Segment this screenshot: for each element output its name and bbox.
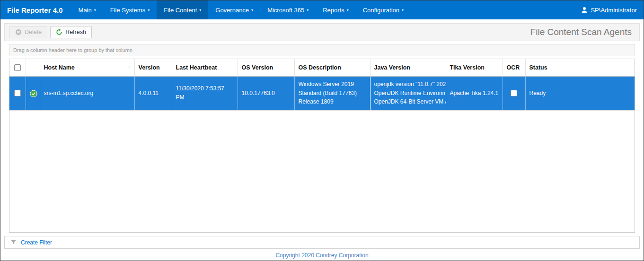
filter-funnel-icon <box>10 239 17 245</box>
scan-agents-grid: Host Name↑ Version Last Heartbeat OS Ver… <box>9 59 635 233</box>
agent-online-icon <box>30 90 37 97</box>
select-all-header <box>9 59 26 76</box>
column-ocr[interactable]: OCR <box>503 59 525 76</box>
user-name: SP\Administrator <box>591 7 637 14</box>
column-os-version[interactable]: OS Version <box>238 59 294 76</box>
cell-version: 4.0.0.11 <box>134 76 172 110</box>
sort-ascending-icon: ↑ <box>128 64 131 71</box>
footer-copyright: Copyright 2020 Condrey Corporation <box>0 249 644 259</box>
filter-bar: Create Filter <box>4 236 640 249</box>
cell-os-description: Windows Server 2019 Standard (Build 1776… <box>294 76 370 110</box>
column-os-description[interactable]: OS Description <box>294 59 370 76</box>
user-icon <box>581 6 588 14</box>
app-brand: File Reporter 4.0 <box>0 0 71 19</box>
menu-main[interactable]: Main <box>71 0 103 19</box>
agent-state-header <box>26 59 40 76</box>
delete-button[interactable]: Delete <box>9 26 47 38</box>
app-window: File Reporter 4.0 Main File Systems File… <box>0 0 644 261</box>
group-by-strip[interactable]: Drag a column header here to group by th… <box>9 44 635 56</box>
chevron-down-icon <box>251 8 253 12</box>
column-last-heartbeat[interactable]: Last Heartbeat <box>172 59 238 76</box>
create-filter-link[interactable]: Create Filter <box>21 239 52 246</box>
chevron-down-icon <box>94 8 96 12</box>
page-title: File Content Scan Agents <box>530 27 635 37</box>
cell-ocr <box>503 76 525 110</box>
cell-agent-state <box>26 76 40 110</box>
cell-last-heartbeat: 11/30/2020 7:53:57 PM <box>172 76 238 110</box>
menu-file-content[interactable]: File Content <box>157 0 208 19</box>
user-menu[interactable]: SP\Administrator <box>574 0 644 19</box>
column-tika-version[interactable]: Tika Version <box>446 59 503 76</box>
cell-java-version: openjdk version "11.0.7" 2020 OpenJDK Ru… <box>370 76 446 110</box>
cell-tika-version: Apache Tika 1.24.1 <box>446 76 503 110</box>
menu-file-systems[interactable]: File Systems <box>103 0 157 19</box>
table-row[interactable]: srs-m1.sp.cctec.org 4.0.0.11 11/30/2020 … <box>9 76 635 110</box>
main-menu: Main File Systems File Content Governanc… <box>71 0 411 19</box>
column-java-version[interactable]: Java Version <box>370 59 446 76</box>
chevron-down-icon <box>148 8 150 12</box>
cell-os-version: 10.0.17763.0 <box>238 76 294 110</box>
toolbar: Delete Refresh File Content Scan Agents <box>4 23 640 41</box>
cell-status: Ready <box>525 76 635 110</box>
column-status[interactable]: Status <box>525 59 635 76</box>
menu-microsoft-365[interactable]: Microsoft 365 <box>260 0 316 19</box>
row-select-checkbox[interactable] <box>14 90 21 96</box>
column-version[interactable]: Version <box>134 59 172 76</box>
chevron-down-icon <box>402 8 404 12</box>
header-row: Host Name↑ Version Last Heartbeat OS Ver… <box>9 59 635 76</box>
refresh-button[interactable]: Refresh <box>50 26 92 38</box>
chevron-down-icon <box>347 8 349 12</box>
menu-governance[interactable]: Governance <box>208 0 260 19</box>
column-host-name[interactable]: Host Name↑ <box>40 59 134 76</box>
refresh-icon <box>56 29 62 35</box>
top-navbar: File Reporter 4.0 Main File Systems File… <box>0 0 644 19</box>
cell-host-name: srs-m1.sp.cctec.org <box>40 76 134 110</box>
select-all-checkbox[interactable] <box>14 64 21 71</box>
chevron-down-icon <box>199 8 201 12</box>
delete-icon <box>15 29 22 35</box>
cell-select <box>9 76 26 110</box>
ocr-checkbox[interactable] <box>511 90 517 96</box>
menu-configuration[interactable]: Configuration <box>356 0 411 19</box>
scan-agents-table: Host Name↑ Version Last Heartbeat OS Ver… <box>9 59 635 111</box>
chevron-down-icon <box>307 8 309 12</box>
menu-reports[interactable]: Reports <box>316 0 356 19</box>
